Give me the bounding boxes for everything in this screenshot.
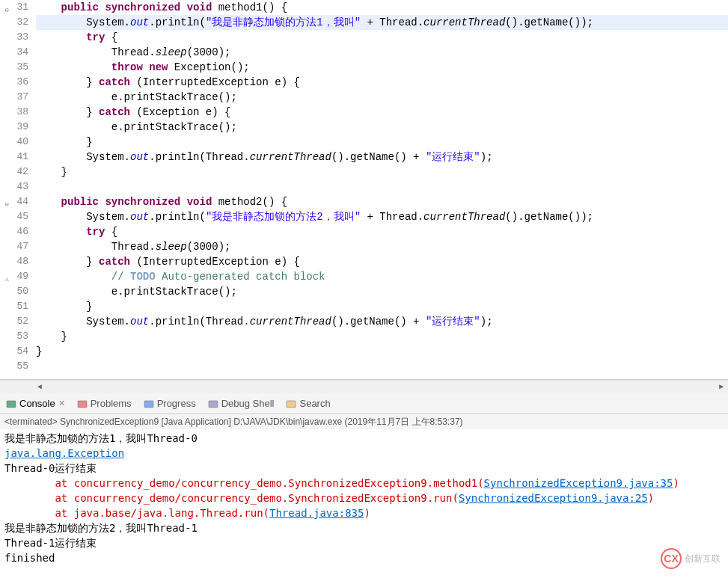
tab-search[interactable]: Search	[286, 398, 330, 409]
line-number: 41	[0, 150, 28, 165]
tab-label: Progress	[157, 398, 196, 409]
warning-icon: ⚠	[1, 272, 9, 280]
progress-icon	[144, 399, 154, 409]
console-output[interactable]: 我是非静态加锁的方法1，我叫Thread-0java.lang.Exceptio…	[0, 429, 728, 584]
search-icon	[286, 399, 296, 409]
code-line[interactable]: public synchronized void method1() {	[36, 0, 728, 15]
console-line: at java.base/java.lang.Thread.run(Thread…	[4, 505, 724, 520]
console-launch-info: <terminated> SynchronizedException9 [Jav…	[0, 414, 728, 429]
line-number: 48	[0, 254, 28, 269]
code-line[interactable]: e.printStackTrace();	[36, 90, 728, 105]
line-number: 42	[0, 165, 28, 179]
line-number: 31⊖	[0, 0, 28, 15]
code-line[interactable]: try {	[36, 224, 728, 239]
code-line[interactable]: System.out.println("我是非静态加锁的方法1，我叫" + Th…	[36, 15, 728, 30]
tab-progress[interactable]: Progress	[144, 398, 196, 409]
code-editor[interactable]: 31⊖32333435363738394041424344⊖4546474849…	[0, 0, 728, 380]
code-line[interactable]: } catch (Exception e) {	[36, 105, 728, 120]
scroll-left-button[interactable]: ◄	[33, 381, 46, 393]
code-line[interactable]: throw new Exception();	[36, 60, 728, 75]
stacktrace-link[interactable]: SynchronizedException9.java:25	[459, 492, 648, 504]
line-number: 36	[0, 75, 28, 90]
code-line[interactable]: } catch (InterruptedException e) {	[36, 75, 728, 90]
stacktrace-link[interactable]: java.lang.Exception	[4, 447, 124, 459]
tab-debug-shell[interactable]: Debug Shell	[208, 398, 275, 409]
line-number: 39	[0, 120, 28, 135]
console-text: )	[364, 507, 370, 519]
scroll-right-button[interactable]: ►	[715, 381, 728, 393]
code-line[interactable]: // TODO Auto-generated catch block	[36, 269, 728, 284]
line-number: 40	[0, 135, 28, 150]
tab-label: Problems	[91, 398, 132, 409]
line-number: 52	[0, 314, 28, 329]
debug-shell-icon	[208, 399, 218, 409]
bottom-tabs: Console✕ProblemsProgressDebug ShellSearc…	[0, 393, 728, 414]
fold-icon[interactable]: ⊖	[1, 197, 9, 205]
console-line: 我是非静态加锁的方法1，我叫Thread-0	[4, 431, 724, 446]
line-number: 37	[0, 90, 28, 105]
line-number: 32	[0, 15, 28, 30]
code-line[interactable]: } catch (InterruptedException e) {	[36, 254, 728, 269]
console-icon	[6, 399, 16, 409]
tab-label: Debug Shell	[221, 398, 275, 409]
line-number: 55	[0, 359, 28, 374]
console-line: Thread-0运行结束	[4, 461, 724, 476]
svg-rect-2	[144, 401, 153, 408]
watermark: CX 创新互联	[661, 548, 721, 569]
console-text: at concurrency_demo/concurrency_demo.Syn…	[4, 477, 484, 489]
line-number: 54	[0, 344, 28, 359]
stacktrace-link[interactable]: Thread.java:835	[269, 507, 364, 519]
code-line[interactable]: }	[36, 344, 728, 359]
line-number: 47	[0, 239, 28, 254]
code-line[interactable]: Thread.sleep(3000);	[36, 239, 728, 254]
console-text: at concurrency_demo/concurrency_demo.Syn…	[4, 492, 459, 504]
fold-icon[interactable]: ⊖	[1, 3, 9, 10]
console-line: java.lang.Exception	[4, 446, 724, 461]
close-icon[interactable]: ✕	[58, 399, 65, 408]
code-line[interactable]: }	[36, 135, 728, 150]
line-number: 38	[0, 105, 28, 120]
console-text: )	[673, 477, 679, 489]
code-line[interactable]: e.printStackTrace();	[36, 120, 728, 135]
line-number: 50	[0, 284, 28, 299]
line-number: 45	[0, 209, 28, 224]
code-line[interactable]: System.out.println(Thread.currentThread(…	[36, 150, 728, 165]
code-line[interactable]	[36, 359, 728, 374]
code-line[interactable]: try {	[36, 30, 728, 45]
code-line[interactable]: System.out.println(Thread.currentThread(…	[36, 314, 728, 329]
code-line[interactable]: }	[36, 299, 728, 314]
horizontal-scrollbar[interactable]: ◄ ►	[0, 380, 728, 393]
code-line[interactable]: e.printStackTrace();	[36, 284, 728, 299]
console-text: Thread-1运行结束	[4, 537, 97, 549]
console-line: finished	[4, 550, 724, 565]
console-text: 我是非静态加锁的方法2，我叫Thread-1	[4, 522, 198, 534]
console-text: finished	[4, 552, 55, 564]
code-line[interactable]: Thread.sleep(3000);	[36, 45, 728, 60]
code-line[interactable]	[36, 179, 728, 194]
console-line: at concurrency_demo/concurrency_demo.Syn…	[4, 491, 724, 505]
tab-label: Search	[299, 398, 330, 409]
console-text: 我是非静态加锁的方法1，我叫Thread-0	[4, 432, 198, 444]
line-number: 51	[0, 299, 28, 314]
stacktrace-link[interactable]: SynchronizedException9.java:35	[484, 477, 673, 489]
console-line: 我是非静态加锁的方法2，我叫Thread-1	[4, 520, 724, 535]
code-line[interactable]: public synchronized void method2() {	[36, 194, 728, 209]
code-line[interactable]: }	[36, 165, 728, 179]
console-line: at concurrency_demo/concurrency_demo.Syn…	[4, 476, 724, 491]
watermark-text: 创新互联	[685, 553, 721, 565]
line-number: 35	[0, 60, 28, 75]
code-content[interactable]: public synchronized void method1() { Sys…	[33, 0, 728, 379]
tab-console[interactable]: Console✕	[6, 398, 65, 409]
line-number: 44⊖	[0, 194, 28, 209]
console-text: Thread-0运行结束	[4, 462, 97, 474]
svg-rect-4	[287, 401, 296, 408]
tab-problems[interactable]: Problems	[77, 398, 132, 409]
code-line[interactable]: }	[36, 329, 728, 344]
line-number: 53	[0, 329, 28, 344]
line-number: 43	[0, 179, 28, 194]
code-line[interactable]: System.out.println("我是非静态加锁的方法2，我叫" + Th…	[36, 209, 728, 224]
problems-icon	[77, 399, 88, 409]
console-line: Thread-1运行结束	[4, 535, 724, 550]
line-number: 49⚠	[0, 269, 28, 284]
line-number: 46	[0, 224, 28, 239]
